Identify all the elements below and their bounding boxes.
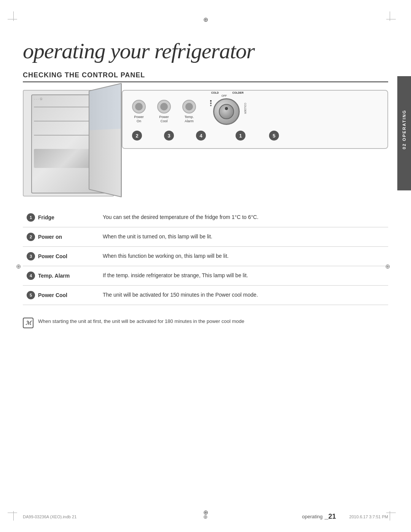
control-panel-diagram: PowerOn PowerCool Temp.Alarm xyxy=(122,90,388,149)
feature-name: Power on xyxy=(38,234,62,240)
section-heading: CHECKING THE CONTROL PANEL xyxy=(23,71,388,82)
panel-num-5: 5 xyxy=(269,131,279,141)
panel-buttons-row: PowerOn PowerCool Temp.Alarm xyxy=(132,98,378,125)
feature-number: 3 xyxy=(27,252,35,260)
panel-num-2: 2 xyxy=(132,131,142,141)
power-on-btn xyxy=(132,100,146,113)
feature-number: 1 xyxy=(27,213,35,222)
footer-left: DA99-03236A (XEO).indb 21 xyxy=(23,514,76,519)
numbered-circles-row: 2 3 4 1 5 xyxy=(132,131,378,141)
feature-label: 3Power Cool xyxy=(27,252,95,260)
feature-description: When the unit is turned on, this lamp wi… xyxy=(99,227,388,247)
dial-inner xyxy=(219,104,234,119)
feature-description: When this function be working on, this l… xyxy=(99,247,388,266)
feature-number: 5 xyxy=(27,291,35,299)
feature-row: 1FridgeYou can set the desired temperatu… xyxy=(23,208,388,227)
dial-label-cold: COLD xyxy=(211,91,219,94)
power-cool-btn xyxy=(157,100,171,113)
feature-row: 4Temp. AlarmIf the temp. inside refriger… xyxy=(23,266,388,286)
print-mark-tl-v xyxy=(13,11,14,21)
page-number: _21 xyxy=(325,513,336,521)
temp-alarm-btn xyxy=(182,100,196,113)
timestamp: 2010.6.17 3:7:51 PM xyxy=(349,514,388,519)
panel-power-cool: PowerCool xyxy=(157,100,171,123)
note-text: When starting the unit at first, the uni… xyxy=(38,318,244,325)
note-icon: ℳ xyxy=(23,318,33,328)
feature-label-cell: 4Temp. Alarm xyxy=(23,266,99,286)
feature-number: 2 xyxy=(27,233,35,241)
footer-right: operating _21 2010.6.17 3:7:51 PM xyxy=(302,513,388,521)
temperature-dial[interactable] xyxy=(213,98,240,125)
feature-number: 4 xyxy=(27,272,35,280)
footer-center: ⊕ xyxy=(203,514,208,520)
feature-row: 3Power CoolWhen this function be working… xyxy=(23,247,388,266)
print-mark-tl-h xyxy=(8,19,17,19)
feature-label: 1Fridge xyxy=(27,213,95,222)
feature-row: 2Power onWhen the unit is turned on, thi… xyxy=(23,227,388,247)
feature-description: The unit will be activated for 150 minut… xyxy=(99,286,388,305)
feature-label: 2Power on xyxy=(27,233,95,241)
panel-num-4: 4 xyxy=(196,131,206,141)
dial-label-off: OFF xyxy=(221,94,227,97)
panel-num-1: 1 xyxy=(236,131,245,141)
feature-description: If the temp. inside refrigerator be stra… xyxy=(99,266,388,286)
feature-label-cell: 3Power Cool xyxy=(23,247,99,266)
sidebar-section-label: 02 OPERATING xyxy=(397,91,411,168)
feature-label: 4Temp. Alarm xyxy=(27,272,95,280)
print-mark-tr-v xyxy=(390,11,390,21)
temperature-dial-container: COLD OFF COLDER COLDER xyxy=(213,98,240,125)
feature-description: You can set the desired temperature of t… xyxy=(99,208,388,227)
power-on-label: PowerOn xyxy=(134,115,144,123)
panel-num-3: 3 xyxy=(164,131,174,141)
reg-mark-left: ⊕ xyxy=(16,262,21,270)
feature-row: 5Power CoolThe unit will be activated fo… xyxy=(23,286,388,305)
feature-label-cell: 2Power on xyxy=(23,227,99,247)
feature-name: Fridge xyxy=(38,214,54,220)
feature-label-cell: 5Power Cool xyxy=(23,286,99,305)
feature-label: 5Power Cool xyxy=(27,291,95,299)
feature-table: 1FridgeYou can set the desired temperatu… xyxy=(23,208,388,305)
panel-temp-alarm: Temp.Alarm xyxy=(182,100,196,123)
print-mark-tr-h xyxy=(386,19,396,19)
fridge-door xyxy=(89,83,122,197)
feature-name: Temp. Alarm xyxy=(38,273,70,279)
reg-mark-top: ⊕ xyxy=(203,16,208,23)
dial-label-colder: COLDER xyxy=(232,91,244,94)
dial-right-label: COLDER xyxy=(244,103,247,114)
feature-name: Power Cool xyxy=(38,292,67,298)
diagram-container: · · · ① PowerOn xyxy=(23,90,388,197)
print-mark-bl-h xyxy=(8,513,17,513)
temp-alarm-label: Temp.Alarm xyxy=(185,115,194,123)
panel-power-on: PowerOn xyxy=(132,100,146,123)
page-label: operating xyxy=(302,514,323,519)
power-cool-label: PowerCool xyxy=(159,115,169,123)
main-content: operating your refrigerator CHECKING THE… xyxy=(23,38,388,502)
feature-label-cell: 1Fridge xyxy=(23,208,99,227)
note-box: ℳ When starting the unit at first, the u… xyxy=(23,315,388,331)
page-title: operating your refrigerator xyxy=(23,38,388,64)
fridge-illustration: · · · ① xyxy=(23,90,114,197)
feature-name: Power Cool xyxy=(38,253,67,259)
footer: DA99-03236A (XEO).indb 21 ⊕ operating _2… xyxy=(23,513,388,521)
dial-dots xyxy=(210,100,212,106)
